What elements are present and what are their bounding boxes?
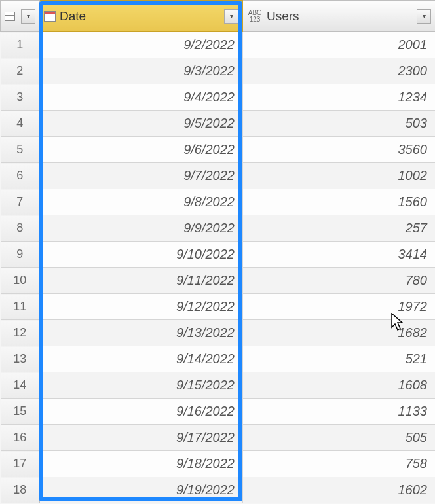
date-cell[interactable]: 9/9/2022 bbox=[40, 215, 243, 242]
table-row[interactable]: 39/4/20221234 bbox=[1, 84, 436, 111]
date-cell[interactable]: 9/16/2022 bbox=[40, 399, 243, 425]
column-header-date[interactable]: Date ▾ bbox=[40, 1, 243, 32]
row-number-cell[interactable]: 10 bbox=[1, 268, 40, 294]
users-cell[interactable]: 1560 bbox=[243, 189, 436, 215]
date-cell[interactable]: 9/10/2022 bbox=[40, 242, 243, 268]
users-cell[interactable]: 1972 bbox=[243, 294, 436, 320]
table-row[interactable]: 179/18/2022758 bbox=[1, 451, 436, 477]
table-row[interactable]: 139/14/2022521 bbox=[1, 346, 436, 372]
row-number-cell[interactable]: 12 bbox=[1, 320, 40, 346]
date-cell[interactable]: 9/4/2022 bbox=[40, 84, 243, 111]
users-cell[interactable]: 505 bbox=[243, 425, 436, 451]
table-row[interactable]: 129/13/20221682 bbox=[1, 320, 436, 346]
column-label-date: Date bbox=[60, 9, 220, 24]
row-number-cell[interactable]: 13 bbox=[1, 346, 40, 372]
query-table: ▾ Date ▾ ABC 123 bbox=[0, 0, 435, 504]
date-cell[interactable]: 9/7/2022 bbox=[40, 163, 243, 189]
date-cell[interactable]: 9/15/2022 bbox=[40, 372, 243, 399]
date-cell[interactable]: 9/17/2022 bbox=[40, 425, 243, 451]
row-number-cell[interactable]: 9 bbox=[1, 242, 40, 268]
table-icon bbox=[5, 12, 15, 21]
date-cell[interactable]: 9/3/2022 bbox=[40, 58, 243, 84]
row-number-header[interactable]: ▾ bbox=[1, 1, 40, 32]
table-row[interactable]: 169/17/2022505 bbox=[1, 425, 436, 451]
users-cell[interactable]: 1602 bbox=[243, 477, 436, 503]
date-cell[interactable]: 9/6/2022 bbox=[40, 137, 243, 163]
row-number-cell[interactable]: 1 bbox=[1, 32, 40, 58]
table-row[interactable]: 69/7/20221002 bbox=[1, 163, 436, 189]
any-type-icon: ABC 123 bbox=[247, 10, 263, 23]
table-row[interactable]: 19/2/20222001 bbox=[1, 32, 436, 58]
table-row[interactable]: 89/9/2022257 bbox=[1, 215, 436, 242]
column-header-users[interactable]: ABC 123 Users ▾ bbox=[243, 1, 436, 32]
users-cell[interactable]: 2001 bbox=[243, 32, 436, 58]
date-filter-button[interactable]: ▾ bbox=[224, 9, 238, 24]
table-row[interactable]: 189/19/20221602 bbox=[1, 477, 436, 503]
row-number-cell[interactable]: 16 bbox=[1, 425, 40, 451]
row-number-cell[interactable]: 3 bbox=[1, 84, 40, 111]
users-cell[interactable]: 1133 bbox=[243, 399, 436, 425]
table-row[interactable]: 29/3/20222300 bbox=[1, 58, 436, 84]
row-number-cell[interactable]: 14 bbox=[1, 372, 40, 399]
row-number-cell[interactable]: 2 bbox=[1, 58, 40, 84]
row-number-cell[interactable]: 8 bbox=[1, 215, 40, 242]
users-cell[interactable]: 257 bbox=[243, 215, 436, 242]
date-cell[interactable]: 9/18/2022 bbox=[40, 451, 243, 477]
date-cell[interactable]: 9/5/2022 bbox=[40, 111, 243, 137]
date-cell[interactable]: 9/14/2022 bbox=[40, 346, 243, 372]
row-number-cell[interactable]: 15 bbox=[1, 399, 40, 425]
users-cell[interactable]: 1608 bbox=[243, 372, 436, 399]
row-number-cell[interactable]: 11 bbox=[1, 294, 40, 320]
row-number-filter-button[interactable]: ▾ bbox=[21, 9, 35, 24]
users-cell[interactable]: 780 bbox=[243, 268, 436, 294]
table-row[interactable]: 109/11/2022780 bbox=[1, 268, 436, 294]
users-cell[interactable]: 1002 bbox=[243, 163, 436, 189]
users-cell[interactable]: 1234 bbox=[243, 84, 436, 111]
row-number-cell[interactable]: 6 bbox=[1, 163, 40, 189]
row-number-cell[interactable]: 7 bbox=[1, 189, 40, 215]
users-cell[interactable]: 758 bbox=[243, 451, 436, 477]
column-label-users: Users bbox=[267, 9, 413, 24]
row-number-cell[interactable]: 4 bbox=[1, 111, 40, 137]
users-cell[interactable]: 3560 bbox=[243, 137, 436, 163]
table-row[interactable]: 119/12/20221972 bbox=[1, 294, 436, 320]
date-cell[interactable]: 9/19/2022 bbox=[40, 477, 243, 503]
table-row[interactable]: 49/5/2022503 bbox=[1, 111, 436, 137]
table-row[interactable]: 159/16/20221133 bbox=[1, 399, 436, 425]
row-number-cell[interactable]: 17 bbox=[1, 451, 40, 477]
users-cell[interactable]: 2300 bbox=[243, 58, 436, 84]
users-cell[interactable]: 3414 bbox=[243, 242, 436, 268]
table-row[interactable]: 59/6/20223560 bbox=[1, 137, 436, 163]
users-cell[interactable]: 1682 bbox=[243, 320, 436, 346]
row-number-cell[interactable]: 18 bbox=[1, 477, 40, 503]
users-filter-button[interactable]: ▾ bbox=[417, 9, 431, 24]
date-cell[interactable]: 9/12/2022 bbox=[40, 294, 243, 320]
date-cell[interactable]: 9/11/2022 bbox=[40, 268, 243, 294]
table-row[interactable]: 79/8/20221560 bbox=[1, 189, 436, 215]
table-row[interactable]: 99/10/20223414 bbox=[1, 242, 436, 268]
date-cell[interactable]: 9/13/2022 bbox=[40, 320, 243, 346]
date-cell[interactable]: 9/2/2022 bbox=[40, 32, 243, 58]
users-cell[interactable]: 521 bbox=[243, 346, 436, 372]
users-cell[interactable]: 503 bbox=[243, 111, 436, 137]
calendar-icon bbox=[44, 11, 56, 22]
row-number-cell[interactable]: 5 bbox=[1, 137, 40, 163]
date-cell[interactable]: 9/8/2022 bbox=[40, 189, 243, 215]
table-row[interactable]: 149/15/20221608 bbox=[1, 372, 436, 399]
